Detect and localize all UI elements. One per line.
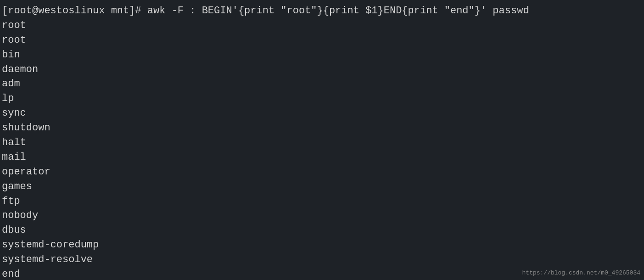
- output-line: operator: [2, 165, 642, 179]
- output-line: mail: [2, 150, 642, 165]
- output-line: nobody: [2, 208, 642, 223]
- output-line: root: [2, 33, 642, 48]
- output-line: games: [2, 179, 642, 194]
- output-line: bin: [2, 48, 642, 62]
- output-line: sync: [2, 106, 642, 121]
- output-line: systemd-resolve: [2, 252, 642, 267]
- output-line: systemd-coredump: [2, 238, 642, 252]
- watermark: https://blog.csdn.net/m0_49265034: [522, 269, 640, 276]
- command-line: [root@westoslinux mnt]# awk -F : BEGIN'{…: [2, 4, 642, 18]
- output-line: ftp: [2, 194, 642, 209]
- output-line: lp: [2, 91, 642, 106]
- output-line: shutdown: [2, 121, 642, 135]
- output-line: root: [2, 18, 642, 33]
- terminal-output: rootrootbindaemonadmlpsyncshutdownhaltma…: [2, 18, 642, 280]
- terminal-window: [root@westoslinux mnt]# awk -F : BEGIN'{…: [0, 0, 644, 280]
- output-line: halt: [2, 135, 642, 150]
- output-line: dbus: [2, 223, 642, 238]
- output-line: daemon: [2, 62, 642, 77]
- output-line: adm: [2, 77, 642, 91]
